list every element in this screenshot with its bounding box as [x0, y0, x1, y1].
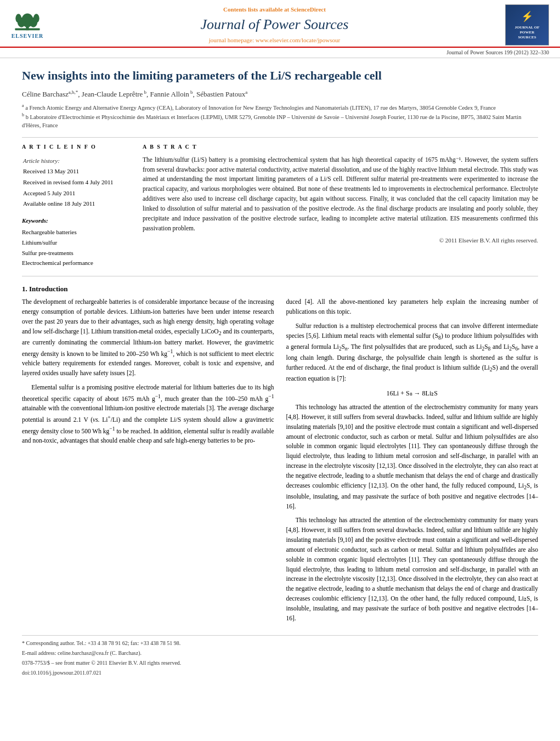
sciencedirect-link: Contents lists available at ScienceDirec…	[44, 5, 505, 14]
keywords-label: Keywords:	[22, 217, 132, 225]
citation-text: Journal of Power Sources 199 (2012) 322–…	[446, 49, 549, 55]
received-date: Received 13 May 2011	[23, 167, 131, 177]
paper-title: New insights into the limiting parameter…	[22, 68, 538, 83]
citation-bar: Journal of Power Sources 199 (2012) 322–…	[0, 48, 560, 58]
abstract-text: The lithium/sulfur (Li/S) battery is a p…	[143, 155, 538, 234]
affiliation-a: a a French Atomic Energy and Alternative…	[22, 103, 538, 112]
elsevier-logo: ELSEVIER	[11, 10, 44, 40]
body-para-4: Sulfur reduction is a multistep electroc…	[286, 321, 539, 384]
affiliation-b: b b Laboratoire d'Electrochimie et Physi…	[22, 112, 538, 129]
keyword-4: Electrochemical performance	[22, 258, 132, 268]
equation: 16Li + S₈ → 8Li₂S	[286, 388, 539, 399]
keywords-list: Rechargeable batteries Lithium/sulfur Su…	[22, 227, 132, 268]
keywords-section: Keywords: Rechargeable batteries Lithium…	[22, 217, 132, 268]
article-info-abstract: A R T I C L E I N F O Article history: R…	[22, 137, 538, 268]
footnote-star: * Corresponding author. Tel.: +33 4 38 7…	[22, 639, 538, 647]
footnote-section: * Corresponding author. Tel.: +33 4 38 7…	[22, 635, 538, 677]
footnote-doi: doi:10.1016/j.jpowsour.2011.07.021	[22, 669, 538, 677]
power-icon: ⚡	[521, 10, 533, 24]
svg-rect-6	[15, 28, 39, 30]
journal-logo-right: ⚡ JOURNAL OFPOWERSOURCES	[505, 4, 549, 46]
abstract-col: A B S T R A C T The lithium/sulfur (Li/S…	[143, 143, 538, 268]
journal-title: Journal of Power Sources	[44, 15, 505, 35]
article-info-col: A R T I C L E I N F O Article history: R…	[22, 143, 132, 268]
authors-text: Céline Barchasza,b,*, Jean-Claude Leprêt…	[22, 90, 247, 98]
authors-line: Céline Barchasza,b,*, Jean-Claude Leprêt…	[22, 89, 538, 100]
article-history-label: Article history:	[23, 156, 131, 166]
section-divider	[22, 276, 538, 276]
journal-homepage: journal homepage: www.elsevier.com/locat…	[44, 36, 505, 44]
abstract-label: A B S T R A C T	[143, 143, 538, 151]
revised-date: Received in revised form 4 July 2011	[23, 178, 131, 188]
accepted-date: Accepted 5 July 2011	[23, 189, 131, 199]
keyword-1: Rechargeable batteries	[22, 227, 132, 237]
body-para-5: This technology has attracted the attent…	[286, 403, 539, 511]
copyright-line: © 2011 Elsevier B.V. All rights reserved…	[143, 236, 538, 245]
body-columns: The development of rechargeable batterie…	[22, 297, 538, 627]
article-info-label: A R T I C L E I N F O	[22, 143, 132, 151]
logo-text: JOURNAL OFPOWERSOURCES	[515, 25, 540, 40]
body-para-3: duced [4]. All the above-mentioned key p…	[286, 297, 539, 317]
journal-info-center: Contents lists available at ScienceDirec…	[44, 3, 505, 47]
body-para-also-react: This technology has attracted the attent…	[286, 516, 539, 623]
keyword-2: Lithium/sulfur	[22, 237, 132, 248]
journal-header: ELSEVIER Contents lists available at Sci…	[0, 0, 560, 48]
footnote-issn: 0378-7753/$ – see front matter © 2011 El…	[22, 659, 538, 667]
article-info-table: Article history: Received 13 May 2011 Re…	[22, 155, 132, 210]
svg-point-4	[15, 14, 21, 22]
footnote-email: E-mail address: celine.barchasz@cea.fr (…	[22, 649, 538, 657]
keyword-3: Sulfur pre-treatments	[22, 248, 132, 258]
affiliations: a a French Atomic Energy and Alternative…	[22, 103, 538, 129]
body-col-1: The development of rechargeable batterie…	[22, 297, 274, 627]
body-para-2: Elemental sulfur is a promising positive…	[22, 383, 274, 446]
body-col-2: duced [4]. All the above-mentioned key p…	[286, 297, 539, 627]
paper-content: New insights into the limiting parameter…	[0, 58, 560, 689]
available-date: Available online 18 July 2011	[23, 199, 131, 209]
section1-heading: 1. Introduction	[22, 284, 538, 294]
svg-point-5	[33, 14, 39, 22]
body-para-1: The development of rechargeable batterie…	[22, 297, 274, 378]
elsevier-wordmark: ELSEVIER	[12, 32, 44, 40]
